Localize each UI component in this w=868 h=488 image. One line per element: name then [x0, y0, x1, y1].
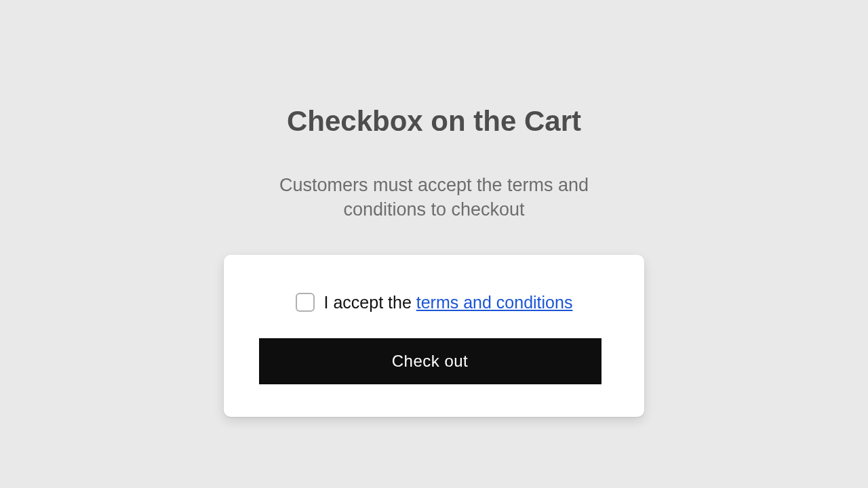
page-subheading: Customers must accept the terms and cond…: [258, 173, 610, 222]
accept-row: I accept the terms and conditions: [259, 293, 609, 312]
checkout-button[interactable]: Check out: [259, 338, 601, 384]
page-heading: Checkbox on the Cart: [287, 105, 581, 138]
accept-label-wrapper: I accept the terms and conditions: [324, 293, 573, 312]
accept-checkbox[interactable]: [296, 293, 315, 312]
accept-label-prefix: I accept the: [324, 293, 416, 312]
terms-link[interactable]: terms and conditions: [416, 293, 573, 312]
terms-card: I accept the terms and conditions Check …: [224, 255, 644, 417]
